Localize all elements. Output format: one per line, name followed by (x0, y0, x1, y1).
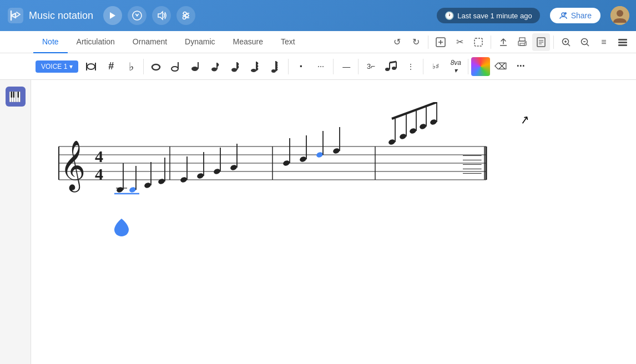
save-text: Last save 1 minute ago (457, 12, 532, 20)
toolbar-separator-1 (428, 36, 428, 49)
svg-rect-64 (11, 92, 12, 98)
beam-button[interactable] (381, 57, 400, 76)
avatar-image (610, 6, 629, 25)
ottava-button[interactable]: 8va ▾ (446, 57, 465, 76)
svg-text:4: 4 (95, 165, 103, 183)
metronome-button[interactable] (128, 6, 147, 25)
sixty-fourth-note-button[interactable] (266, 57, 285, 76)
undo-button[interactable]: ↺ (388, 33, 406, 51)
content-area: 𝄞 4 4 (0, 80, 636, 364)
double-dotted-button[interactable]: ⋯ (311, 57, 330, 76)
tab-measure[interactable]: Measure (224, 31, 272, 53)
note-sep-4 (358, 59, 359, 74)
flat-button[interactable]: ♭ (122, 57, 140, 76)
color-button[interactable] (471, 57, 490, 76)
app-title: Music notation (29, 10, 93, 22)
svg-point-9 (186, 14, 189, 17)
zoom-out-button[interactable] (576, 33, 594, 51)
share-button[interactable]: Share (550, 8, 600, 23)
volume-button[interactable] (152, 6, 171, 25)
mouse-cursor: ↖ (519, 113, 531, 128)
tab-ornament[interactable]: Ornament (124, 31, 176, 53)
play-button[interactable] (103, 6, 122, 25)
rest-button[interactable]: — (336, 57, 355, 76)
print-button[interactable] (513, 33, 531, 51)
eighth-note-icon (210, 60, 222, 73)
page-view-button[interactable] (532, 33, 550, 51)
print-icon (517, 37, 527, 47)
svg-rect-65 (13, 92, 14, 98)
toolbar-action-right: ↺ ↻ ✂ (388, 33, 632, 51)
canvas-area: 𝄞 4 4 (31, 80, 636, 364)
cut-button[interactable]: ✂ (451, 33, 468, 51)
redo-button[interactable]: ↻ (407, 33, 425, 51)
svg-point-113 (419, 123, 427, 130)
half-note-button[interactable] (166, 57, 185, 76)
svg-point-54 (385, 68, 390, 71)
note-sep-3 (333, 59, 334, 74)
svg-point-99 (282, 160, 290, 167)
svg-point-46 (211, 67, 217, 71)
user-avatar[interactable] (610, 6, 629, 25)
double-whole-note-button[interactable] (82, 57, 100, 76)
svg-marker-4 (158, 12, 163, 19)
svg-point-105 (332, 148, 340, 155)
voice-label: VOICE 1 (41, 63, 67, 70)
music-score: 𝄞 4 4 (42, 102, 497, 202)
half-note-icon (170, 60, 182, 73)
tab-articulation[interactable]: Articulation (68, 31, 124, 53)
svg-point-22 (524, 42, 526, 43)
svg-text:4: 4 (95, 147, 103, 165)
svg-line-32 (587, 44, 589, 46)
accidental-button[interactable]: ♭♯ (426, 57, 445, 76)
svg-point-14 (617, 10, 623, 17)
whole-note-button[interactable] (147, 57, 165, 76)
voice-selector[interactable]: VOICE 1 ▾ (36, 60, 78, 73)
erase-button[interactable]: ⌫ (491, 57, 510, 76)
mixer-button[interactable] (176, 6, 195, 25)
svg-rect-34 (618, 39, 627, 41)
svg-point-48 (231, 68, 237, 72)
zoom-in-button[interactable] (557, 33, 575, 51)
voice-options-button[interactable]: ⋮ (401, 57, 420, 76)
svg-point-3 (137, 15, 138, 17)
svg-point-97 (230, 164, 238, 171)
tab-list: Note Articulation Ornament Dynamic Measu… (33, 31, 388, 53)
mixer-icon (180, 10, 191, 21)
tuplet-button[interactable]: 3⌐ (361, 57, 380, 76)
more-options-button[interactable]: ··· (511, 57, 530, 76)
piano-toggle-button[interactable] (6, 87, 26, 107)
sixteenth-note-icon (230, 60, 242, 73)
piano-icon (9, 91, 22, 102)
thirty-second-note-icon (250, 60, 262, 73)
svg-point-91 (180, 176, 188, 184)
thirty-second-note-button[interactable] (246, 57, 265, 76)
svg-point-115 (430, 119, 437, 126)
settings-button[interactable] (614, 33, 632, 51)
menu-button[interactable]: ≡ (595, 33, 613, 51)
note-sep-1 (143, 59, 144, 74)
share-label: Share (571, 11, 592, 20)
svg-line-28 (568, 44, 570, 46)
share-icon (559, 11, 568, 20)
whole-note-icon (150, 60, 162, 73)
sixteenth-note-button[interactable] (226, 57, 245, 76)
upload-button[interactable] (494, 33, 512, 51)
svg-point-39 (87, 64, 95, 69)
tab-text[interactable]: Text (272, 31, 304, 53)
tab-dynamic[interactable]: Dynamic (176, 31, 224, 53)
select-button[interactable] (470, 33, 487, 51)
add-measure-icon (436, 37, 446, 47)
svg-point-87 (144, 182, 152, 189)
svg-rect-19 (519, 38, 525, 41)
svg-point-50 (251, 69, 256, 72)
dotted-note-button[interactable]: · (291, 57, 310, 76)
svg-marker-1 (110, 12, 115, 19)
sharp-button[interactable]: # (102, 57, 120, 76)
quarter-note-button[interactable] (186, 57, 205, 76)
tab-note[interactable]: Note (33, 31, 68, 53)
save-badge: 🕐 Last save 1 minute ago (437, 8, 539, 23)
eighth-note-button[interactable] (206, 57, 225, 76)
add-measure-button[interactable] (432, 33, 450, 51)
teardrop-icon (113, 218, 130, 237)
